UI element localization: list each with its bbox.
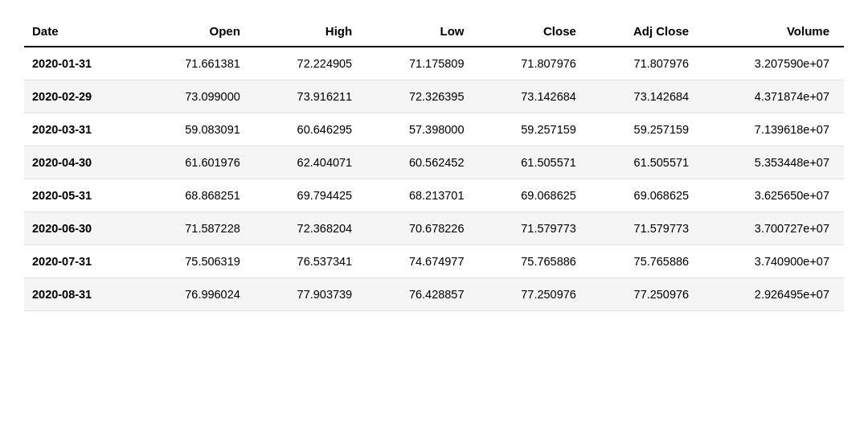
cell-date: 2020-02-29 [24, 80, 142, 113]
cell-date: 2020-01-31 [24, 47, 142, 80]
cell-low: 72.326395 [366, 80, 478, 113]
cell-date: 2020-07-31 [24, 245, 142, 278]
cell-low: 68.213701 [366, 179, 478, 212]
cell-date: 2020-03-31 [24, 113, 142, 146]
col-header-close: Close [479, 16, 591, 47]
table-container: Date Open High Low Close Adj Close Volum… [0, 0, 868, 327]
cell-date: 2020-06-30 [24, 212, 142, 245]
col-header-low: Low [366, 16, 478, 47]
cell-date: 2020-04-30 [24, 146, 142, 179]
cell-open: 73.099000 [142, 80, 254, 113]
table-row: 2020-06-3071.58722872.36820470.67822671.… [24, 212, 844, 245]
cell-high: 62.404071 [255, 146, 366, 179]
cell-adj_close: 75.765886 [591, 245, 703, 278]
cell-date: 2020-05-31 [24, 179, 142, 212]
cell-close: 59.257159 [479, 113, 591, 146]
cell-open: 61.601976 [142, 146, 254, 179]
table-row: 2020-04-3061.60197662.40407160.56245261.… [24, 146, 844, 179]
cell-adj_close: 71.579773 [591, 212, 703, 245]
cell-adj_close: 61.505571 [591, 146, 703, 179]
cell-high: 72.224905 [255, 47, 366, 80]
col-header-date: Date [24, 16, 142, 47]
cell-open: 75.506319 [142, 245, 254, 278]
table-row: 2020-03-3159.08309160.64629557.39800059.… [24, 113, 844, 146]
cell-open: 59.083091 [142, 113, 254, 146]
table-row: 2020-07-3175.50631976.53734174.67497775.… [24, 245, 844, 278]
cell-open: 71.661381 [142, 47, 254, 80]
cell-close: 73.142684 [479, 80, 591, 113]
cell-low: 60.562452 [366, 146, 478, 179]
table-row: 2020-05-3168.86825169.79442568.21370169.… [24, 179, 844, 212]
cell-close: 69.068625 [479, 179, 591, 212]
cell-adj_close: 77.250976 [591, 278, 703, 311]
cell-volume: 3.625650e+07 [703, 179, 844, 212]
cell-volume: 3.700727e+07 [703, 212, 844, 245]
cell-high: 60.646295 [255, 113, 366, 146]
cell-low: 57.398000 [366, 113, 478, 146]
table-header-row: Date Open High Low Close Adj Close Volum… [24, 16, 844, 47]
cell-adj_close: 59.257159 [591, 113, 703, 146]
cell-volume: 3.740900e+07 [703, 245, 844, 278]
cell-volume: 2.926495e+07 [703, 278, 844, 311]
col-header-high: High [255, 16, 366, 47]
cell-adj_close: 71.807976 [591, 47, 703, 80]
cell-high: 69.794425 [255, 179, 366, 212]
cell-volume: 3.207590e+07 [703, 47, 844, 80]
cell-open: 71.587228 [142, 212, 254, 245]
cell-high: 73.916211 [255, 80, 366, 113]
cell-low: 76.428857 [366, 278, 478, 311]
table-row: 2020-02-2973.09900073.91621172.32639573.… [24, 80, 844, 113]
col-header-adjclose: Adj Close [591, 16, 703, 47]
table-row: 2020-01-3171.66138172.22490571.17580971.… [24, 47, 844, 80]
cell-low: 74.674977 [366, 245, 478, 278]
cell-low: 70.678226 [366, 212, 478, 245]
cell-date: 2020-08-31 [24, 278, 142, 311]
cell-low: 71.175809 [366, 47, 478, 80]
cell-volume: 4.371874e+07 [703, 80, 844, 113]
cell-close: 61.505571 [479, 146, 591, 179]
cell-volume: 7.139618e+07 [703, 113, 844, 146]
cell-high: 76.537341 [255, 245, 366, 278]
col-header-volume: Volume [703, 16, 844, 47]
cell-high: 77.903739 [255, 278, 366, 311]
cell-adj_close: 73.142684 [591, 80, 703, 113]
cell-open: 68.868251 [142, 179, 254, 212]
cell-close: 71.579773 [479, 212, 591, 245]
cell-open: 76.996024 [142, 278, 254, 311]
cell-close: 77.250976 [479, 278, 591, 311]
col-header-open: Open [142, 16, 254, 47]
table-row: 2020-08-3176.99602477.90373976.42885777.… [24, 278, 844, 311]
data-table: Date Open High Low Close Adj Close Volum… [24, 16, 844, 311]
cell-volume: 5.353448e+07 [703, 146, 844, 179]
cell-high: 72.368204 [255, 212, 366, 245]
cell-adj_close: 69.068625 [591, 179, 703, 212]
cell-close: 71.807976 [479, 47, 591, 80]
cell-close: 75.765886 [479, 245, 591, 278]
